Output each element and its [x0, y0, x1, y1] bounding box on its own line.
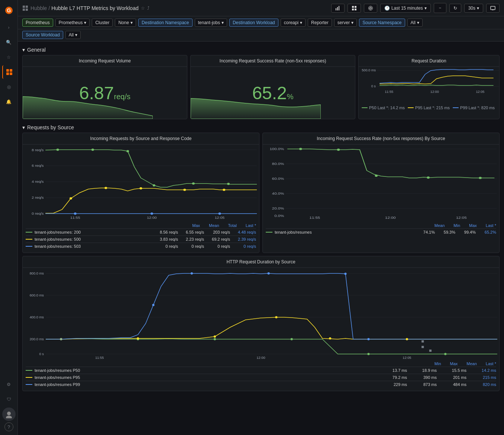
- requests-chevron-icon: ▾: [22, 124, 25, 130]
- incoming-data-table-wrap: tenant-jobs/resumes: 200 8.56 req/s 6.55…: [23, 228, 259, 253]
- src-wl-label-btn[interactable]: Source Workload: [22, 31, 63, 39]
- row-500-color: [26, 239, 32, 240]
- zoom-out-btn[interactable]: －: [434, 3, 446, 13]
- filter-bar-row2: Source Workload All ▾: [18, 29, 504, 42]
- src-ns-value-btn[interactable]: All ▾: [407, 19, 423, 27]
- src-ns-label: Source Namespace: [362, 20, 401, 25]
- svg-point-101: [406, 338, 408, 340]
- dur-min-col-label: Min: [434, 361, 441, 366]
- svg-rect-110: [429, 350, 432, 352]
- svg-text:12:00: 12:00: [385, 216, 396, 220]
- svg-point-105: [268, 272, 270, 275]
- success-min: 59.3%: [435, 230, 455, 234]
- success-rate-by-source-panel: Incoming Request Success Rate (non-5xx r…: [262, 133, 500, 253]
- svg-rect-12: [336, 8, 336, 10]
- share-icon[interactable]: ⤴: [147, 6, 149, 11]
- reporter-value-btn[interactable]: server ▾: [334, 19, 357, 27]
- src-ns-chevron-icon: ▾: [417, 20, 419, 25]
- shield-icon[interactable]: 🛡: [2, 393, 16, 406]
- bar-chart-icon: [335, 6, 340, 11]
- last-col-label: Last *: [246, 223, 256, 228]
- cluster-label-btn[interactable]: Cluster: [92, 19, 113, 27]
- svg-point-49: [227, 183, 230, 185]
- svg-text:12:00: 12:00: [147, 216, 157, 220]
- general-panels-row: Incoming Request Volume 6.87req/s: [22, 55, 500, 119]
- chart-icon-btn[interactable]: [331, 4, 345, 13]
- svg-point-95: [444, 353, 446, 355]
- datasource-dropdown-btn[interactable]: Prometheus ▾: [55, 19, 90, 27]
- success-max: 99.4%: [455, 230, 476, 234]
- star-icon[interactable]: ☆: [2, 51, 16, 64]
- star-page-icon[interactable]: ☆: [141, 6, 145, 11]
- svg-text:600.0 ms: 600.0 ms: [30, 293, 44, 297]
- sidebar: G › 🔍 ☆ ◎ 🔔 ⚙ 🛡 ?: [0, 0, 18, 435]
- filter-bar: Prometheus Prometheus ▾ Cluster None ▾ D…: [18, 16, 504, 29]
- requests-section-label: Requests by Source: [27, 124, 74, 130]
- search-icon[interactable]: 🔍: [2, 36, 16, 49]
- chevron-right-icon[interactable]: ›: [2, 21, 16, 34]
- cluster-chevron-icon: ▾: [130, 20, 133, 25]
- dur-p50-mean: 15.5 ms: [437, 368, 466, 373]
- cluster-value-btn[interactable]: None ▾: [115, 19, 136, 27]
- svg-text:60.0%: 60.0%: [272, 177, 284, 181]
- success-row-label: tenant-jobs/resumes: [266, 230, 414, 234]
- success-rate-title: Incoming Request Success Rate (non-5xx r…: [191, 55, 355, 67]
- src-ns-label-btn[interactable]: Source Namespace: [359, 19, 405, 27]
- duration-data-table-wrap: tenant-jobs/resumes P50 13.7 ms 18.9 ms …: [23, 367, 499, 391]
- svg-text:11:55: 11:55: [70, 216, 80, 220]
- dur-p50-last: 14.2 ms: [466, 368, 496, 373]
- row-503-total: 0 req/s: [204, 244, 230, 249]
- table-row-500: tenant-jobs/resumes: 500 3.83 req/s 2.23…: [26, 236, 256, 243]
- bell-icon[interactable]: 🔔: [2, 95, 16, 108]
- svg-point-75: [427, 176, 430, 179]
- logo[interactable]: G: [2, 4, 16, 17]
- datasource-chevron-icon: ▾: [84, 20, 86, 25]
- settings-btn[interactable]: [364, 4, 377, 13]
- dest-wl-value-btn[interactable]: coreapi ▾: [281, 19, 306, 27]
- success-rate-by-source-title: Incoming Request Success Rate (non-5xx r…: [263, 133, 499, 145]
- dest-ns-value-btn[interactable]: tenant-jobs ▾: [195, 19, 227, 27]
- svg-text:2 req/s: 2 req/s: [32, 196, 43, 199]
- dashboard-btn[interactable]: [348, 4, 361, 13]
- tv-mode-btn[interactable]: [486, 4, 500, 13]
- dur-p95-max: 390 ms: [407, 375, 437, 380]
- main-content: Hubble / Hubble L7 HTTP Metrics by Workl…: [18, 0, 504, 435]
- refresh-btn[interactable]: ↻: [449, 4, 461, 13]
- dur-p99-color: [26, 384, 32, 385]
- src-wl-value: All: [69, 32, 74, 38]
- min-col-label: Min: [453, 223, 460, 228]
- requests-by-source-section-header[interactable]: ▾ Requests by Source: [22, 122, 500, 133]
- datasource-prometheus-btn[interactable]: Prometheus: [22, 19, 53, 27]
- svg-point-100: [329, 337, 331, 340]
- svg-point-99: [275, 316, 277, 318]
- svg-point-19: [369, 7, 371, 9]
- refresh-interval-btn[interactable]: 30s ▾: [464, 4, 483, 13]
- help-icon[interactable]: ?: [4, 422, 13, 431]
- compass-icon[interactable]: ◎: [2, 80, 16, 94]
- svg-rect-108: [421, 340, 424, 343]
- avatar-icon[interactable]: [2, 408, 16, 421]
- max-col2-label: Max: [469, 223, 477, 228]
- dashboard-icon[interactable]: [2, 65, 16, 79]
- dur-p99-max: 873 ms: [407, 382, 437, 387]
- dest-ns-label: Destination Namespace: [142, 20, 189, 25]
- time-range-btn[interactable]: 🕐 Last 15 minutes ▾: [380, 4, 431, 13]
- general-section-header[interactable]: ▾ General: [22, 45, 500, 55]
- svg-text:20.0%: 20.0%: [272, 207, 284, 210]
- p95-color: [408, 107, 414, 108]
- table-row-200: tenant-jobs/resumes: 200 8.56 req/s 6.55…: [26, 228, 256, 236]
- svg-rect-9: [26, 6, 28, 8]
- svg-rect-18: [355, 9, 356, 10]
- success-rate-panel: Incoming Request Success Rate (non-5xx r…: [190, 55, 355, 119]
- svg-text:11:55: 11:55: [95, 356, 104, 360]
- dest-ns-label-btn[interactable]: Destination Namespace: [138, 19, 192, 27]
- duration-legend-header: Min Max Mean Last *: [23, 361, 499, 367]
- mean-col2-label: Mean: [434, 223, 445, 228]
- gear-icon[interactable]: ⚙: [2, 378, 16, 391]
- svg-rect-11: [26, 9, 28, 11]
- svg-point-7: [6, 416, 12, 418]
- src-wl-value-btn[interactable]: All ▾: [65, 31, 81, 39]
- dest-ns-value: tenant-jobs: [198, 20, 220, 25]
- dest-wl-label-btn[interactable]: Destination Workload: [229, 19, 278, 27]
- reporter-label-btn[interactable]: Reporter: [308, 19, 332, 27]
